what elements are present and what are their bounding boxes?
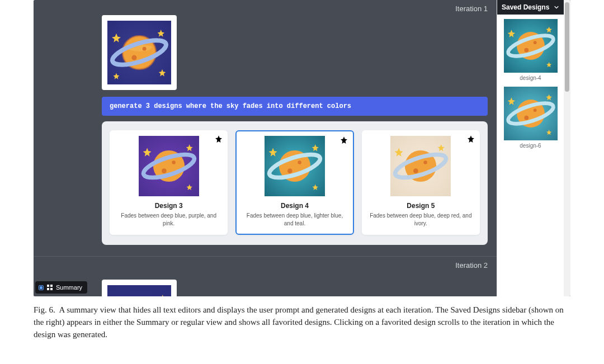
chevron-down-icon [554, 4, 559, 10]
result-title: Design 5 [367, 202, 474, 210]
svg-point-9 [172, 160, 175, 164]
source-image-row [34, 15, 497, 94]
planet-icon [265, 136, 325, 196]
saved-item-design-4[interactable]: design-4 [503, 19, 558, 81]
result-card-design-4[interactable]: Design 4 Fades between deep blue, lighte… [235, 130, 353, 235]
svg-point-27 [533, 41, 536, 44]
saved-item-label: design-4 [503, 75, 558, 81]
iteration-2-source-row [34, 273, 497, 296]
iteration-divider: Iteration 2 [34, 256, 497, 273]
summary-toggle-button[interactable]: Summary [35, 281, 87, 294]
figure-caption: Fig. 6. A summary view that hides all te… [34, 304, 570, 341]
svg-rect-21 [107, 285, 171, 296]
app-window: Iteration 1 [34, 0, 570, 296]
svg-point-31 [524, 116, 528, 120]
grid-icon [47, 285, 53, 290]
planet-icon [390, 136, 451, 196]
favorite-star-icon[interactable] [466, 135, 475, 144]
planet-icon [107, 21, 171, 84]
iteration-1-label: Iteration 1 [34, 0, 497, 15]
svg-point-26 [524, 48, 528, 53]
favorite-star-icon[interactable] [214, 135, 223, 144]
result-description: Fades between deep blue, deep red, and i… [367, 212, 474, 227]
saved-designs-list: design-4 [497, 15, 564, 159]
planet-icon [107, 285, 171, 296]
saved-designs-toggle[interactable]: Saved Designs [497, 0, 564, 15]
result-title: Design 3 [115, 202, 222, 210]
results-panel: Design 3 Fades between deep blue, purple… [102, 121, 488, 245]
svg-point-3 [131, 55, 136, 60]
svg-point-4 [143, 47, 147, 51]
result-card-design-5[interactable]: Design 5 Fades between deep blue, deep r… [362, 130, 480, 235]
iteration-2-label: Iteration 2 [34, 257, 497, 270]
user-prompt-bar: generate 3 designs where the sky fades i… [102, 97, 488, 116]
summary-label: Summary [56, 284, 82, 291]
planet-icon [504, 87, 558, 140]
svg-point-14 [298, 160, 301, 164]
svg-point-19 [424, 160, 427, 164]
saved-item-label: design-6 [503, 143, 558, 149]
saved-designs-label: Saved Designs [502, 3, 549, 11]
vertical-scrollbar[interactable] [564, 0, 570, 296]
planet-icon [139, 136, 199, 196]
svg-point-18 [413, 168, 418, 173]
checkbox-icon [39, 285, 44, 290]
result-card-design-3[interactable]: Design 3 Fades between deep blue, purple… [110, 130, 228, 235]
source-design-thumbnail-iter2[interactable] [102, 280, 177, 296]
saved-item-design-6[interactable]: design-6 [503, 87, 558, 149]
scrollbar-thumb[interactable] [565, 2, 569, 92]
result-description: Fades between deep blue, lighter blue, a… [241, 212, 348, 227]
svg-point-32 [533, 108, 536, 112]
favorite-star-icon[interactable] [339, 136, 348, 145]
svg-point-8 [162, 168, 167, 173]
planet-icon [504, 19, 558, 73]
source-design-thumbnail[interactable] [102, 15, 177, 90]
main-column: Iteration 1 [34, 0, 497, 296]
result-title: Design 4 [241, 202, 348, 210]
svg-point-13 [287, 168, 292, 173]
saved-designs-sidebar: Saved Designs [497, 0, 564, 296]
result-description: Fades between deep blue, purple, and pin… [115, 212, 222, 227]
